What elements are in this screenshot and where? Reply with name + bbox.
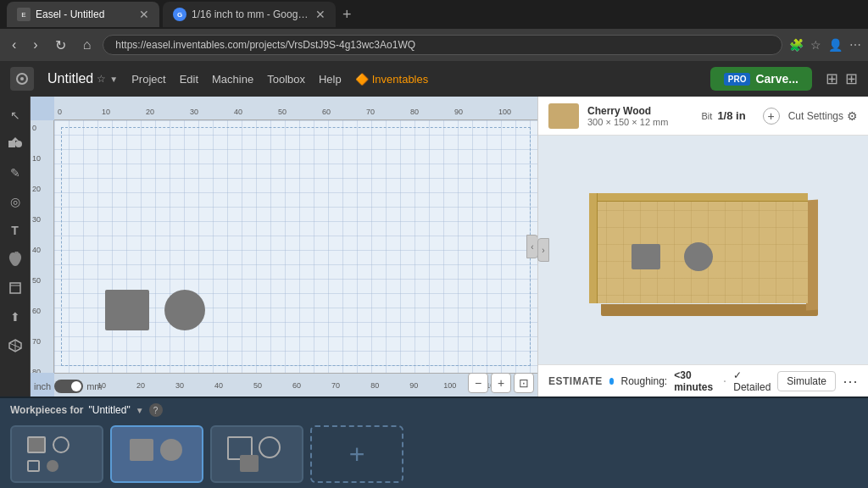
cut-settings-button[interactable]: Cut Settings ⚙	[788, 109, 858, 123]
carve-label: Carve...	[755, 72, 798, 86]
estimate-label: ESTIMATE	[548, 375, 603, 387]
material-info: Cherry Wood 300 × 150 × 12 mm	[587, 105, 685, 127]
zoom-fit-button[interactable]: ⊡	[514, 373, 534, 393]
estimate-dot-icon	[609, 378, 615, 385]
unit-toggle-pill[interactable]	[54, 380, 83, 393]
extensions-icon[interactable]: 🧩	[789, 38, 804, 52]
add-workpiece-button[interactable]: +	[310, 425, 403, 483]
add-workpiece-icon: +	[349, 439, 365, 470]
profile-icon[interactable]: 👤	[828, 38, 843, 52]
main-area: ↖ ✎ ◎ T ⬆ 0 10	[0, 97, 868, 396]
back-button[interactable]: ‹	[7, 36, 21, 54]
svg-text:E: E	[21, 11, 25, 19]
apps-icon[interactable]: ⊞	[845, 69, 858, 88]
right-icons: ⊞ ⊞	[826, 69, 858, 88]
favorites-icon[interactable]: ☆	[810, 38, 821, 52]
add-material-button[interactable]: +	[763, 108, 780, 125]
board-3d-container	[589, 185, 818, 316]
estimate-separator: ·	[723, 374, 726, 389]
workpieces-header: Workpieces for "Untitled" ▼ ?	[0, 398, 868, 422]
menu-help[interactable]: Help	[319, 73, 342, 86]
app-title: Untitled ☆ ▼	[47, 71, 118, 86]
apple-tool[interactable]	[3, 247, 27, 271]
menu-inventables[interactable]: 🔶 Inventables	[355, 73, 429, 86]
workpiece-3-preview	[223, 432, 291, 476]
grid-icon[interactable]: ⊞	[826, 69, 838, 88]
menu-project[interactable]: Project	[131, 73, 165, 86]
workpiece-item-2[interactable]	[110, 425, 203, 483]
select-tool[interactable]: ↖	[3, 103, 27, 127]
3d-preview: ›	[538, 136, 868, 364]
browser-chrome: E Easel - Untitled ✕ G 1/16 inch to mm -…	[0, 0, 868, 61]
new-tab-button[interactable]: +	[339, 6, 355, 24]
workpieces-dropdown-icon[interactable]: ▼	[136, 406, 144, 415]
material-dimensions: 300 × 150 × 12 mm	[587, 117, 685, 127]
tab-google[interactable]: G 1/16 inch to mm - Google Searc... ✕	[163, 2, 336, 27]
pen-tool[interactable]: ✎	[3, 161, 27, 185]
ruler-bottom: 0 10 20 30 40 50 60 70 80 90 100 110 120…	[54, 373, 537, 396]
cut-settings-label: Cut Settings	[788, 110, 843, 122]
dropdown-arrow-icon[interactable]: ▼	[109, 75, 118, 84]
board-ruler-left	[589, 193, 598, 303]
easel-favicon: E	[17, 8, 31, 21]
estimate-bar: ESTIMATE Roughing: <30 minutes · ✓ Detai…	[538, 364, 868, 396]
address-bar[interactable]	[103, 35, 782, 55]
board-top-face	[589, 193, 808, 303]
tab1-close[interactable]: ✕	[139, 8, 149, 21]
unit-inch-label: inch	[34, 381, 51, 391]
canvas-circle-shape[interactable]	[164, 290, 205, 330]
box-tool[interactable]	[3, 276, 27, 300]
app: Untitled ☆ ▼ Project Edit Machine Toolbo…	[0, 61, 868, 488]
workpieces-project-name: "Untitled"	[88, 404, 130, 416]
canvas-rect-shape[interactable]	[105, 290, 149, 330]
bit-label: Bit	[702, 111, 713, 121]
svg-point-4	[20, 77, 24, 80]
collapse-right-arrow[interactable]: ‹	[526, 235, 537, 258]
svg-marker-7	[12, 137, 19, 141]
refresh-button[interactable]: ↻	[50, 36, 71, 55]
workpiece-item-3[interactable]	[210, 425, 303, 483]
canvas-grid[interactable]	[54, 120, 537, 373]
left-toolbar: ↖ ✎ ◎ T ⬆	[0, 97, 31, 396]
settings-icon[interactable]: ⋯	[849, 38, 861, 52]
canvas-zoom-controls: − + ⊡	[468, 373, 534, 393]
board-ruler-top	[589, 193, 808, 202]
inventables-label: Inventables	[372, 73, 429, 86]
home-button[interactable]: ⌂	[78, 36, 97, 54]
star-icon[interactable]: ☆	[97, 73, 106, 85]
wp1-circle-fill	[47, 460, 58, 472]
wp2-circle	[160, 439, 182, 461]
circle-tool[interactable]: ◎	[3, 190, 27, 214]
tab2-close[interactable]: ✕	[315, 8, 326, 21]
wp2-rect	[130, 439, 153, 461]
forward-button[interactable]: ›	[28, 36, 42, 54]
svg-rect-5	[8, 141, 15, 147]
3d-tool[interactable]	[3, 334, 27, 358]
workpiece-item-1[interactable]	[10, 425, 103, 483]
workpieces-list: +	[0, 422, 868, 488]
menu-edit[interactable]: Edit	[180, 73, 198, 86]
text-tool[interactable]: T	[3, 219, 27, 242]
unit-mm-label: mm	[86, 381, 102, 391]
menu-machine[interactable]: Machine	[212, 73, 253, 86]
canvas-area[interactable]: 0 10 20 30 40 50 60 70 80 90 100 0 10	[31, 97, 537, 396]
zoom-in-button[interactable]: +	[491, 373, 511, 393]
board-bottom-face	[601, 304, 818, 316]
toggle-dot	[71, 381, 81, 391]
unit-toggle[interactable]: inch mm	[34, 380, 103, 393]
carve-button[interactable]: PRO Carve...	[710, 67, 812, 91]
material-name: Cherry Wood	[587, 105, 685, 117]
import-tool[interactable]: ⬆	[3, 305, 27, 329]
collapse-left-arrow[interactable]: ›	[537, 238, 549, 262]
workpieces-title: Workpieces for	[10, 404, 83, 416]
bit-section: Bit 1/8 in	[693, 109, 754, 122]
tab-easel[interactable]: E Easel - Untitled ✕	[7, 2, 159, 27]
simulate-button[interactable]: Simulate	[777, 371, 836, 391]
workpieces-help-button[interactable]: ?	[149, 403, 163, 417]
shapes-tool[interactable]	[3, 132, 27, 156]
roughing-label: Roughing:	[620, 375, 667, 387]
menu-toolbox[interactable]: Toolbox	[267, 73, 305, 86]
board-right-face	[806, 199, 818, 310]
zoom-out-button[interactable]: −	[468, 373, 488, 393]
more-options-button[interactable]: ⋯	[843, 372, 858, 391]
